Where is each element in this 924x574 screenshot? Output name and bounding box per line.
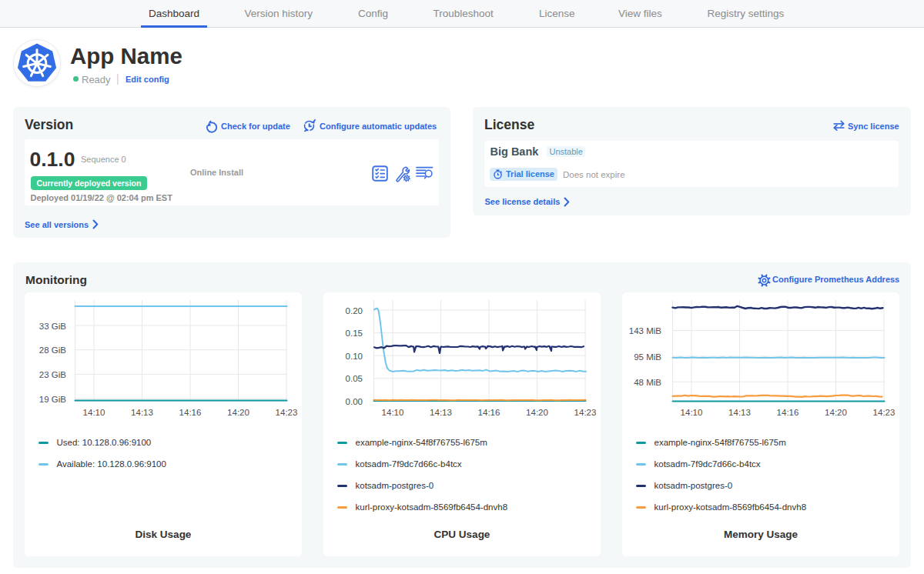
svg-text:14:20: 14:20 <box>526 408 548 417</box>
svg-text:143 MiB: 143 MiB <box>629 326 662 335</box>
svg-text:0.05: 0.05 <box>346 374 363 383</box>
svg-text:14:20: 14:20 <box>825 408 847 417</box>
svg-text:14:23: 14:23 <box>873 408 896 417</box>
svg-text:14:20: 14:20 <box>227 408 249 417</box>
svg-text:19 GiB: 19 GiB <box>39 395 66 404</box>
svg-text:0.10: 0.10 <box>346 352 363 361</box>
svg-text:28 GiB: 28 GiB <box>39 345 66 355</box>
svg-text:0.15: 0.15 <box>346 329 363 338</box>
svg-text:0.20: 0.20 <box>346 306 363 315</box>
svg-text:14:23: 14:23 <box>276 408 298 417</box>
svg-text:23 GiB: 23 GiB <box>39 370 66 379</box>
svg-text:14:23: 14:23 <box>574 408 597 417</box>
svg-text:0.00: 0.00 <box>346 397 363 406</box>
svg-text:14:10: 14:10 <box>83 408 105 417</box>
svg-text:14:10: 14:10 <box>681 408 703 417</box>
svg-text:14:10: 14:10 <box>382 408 404 417</box>
svg-text:14:13: 14:13 <box>728 408 751 417</box>
svg-text:14:13: 14:13 <box>430 408 452 417</box>
svg-text:33 GiB: 33 GiB <box>39 322 66 331</box>
svg-text:48 MiB: 48 MiB <box>634 378 661 387</box>
svg-text:14:16: 14:16 <box>179 408 202 417</box>
svg-text:14:13: 14:13 <box>131 408 153 417</box>
svg-text:14:16: 14:16 <box>478 408 500 417</box>
svg-text:95 MiB: 95 MiB <box>634 352 661 362</box>
svg-text:14:16: 14:16 <box>777 408 799 417</box>
